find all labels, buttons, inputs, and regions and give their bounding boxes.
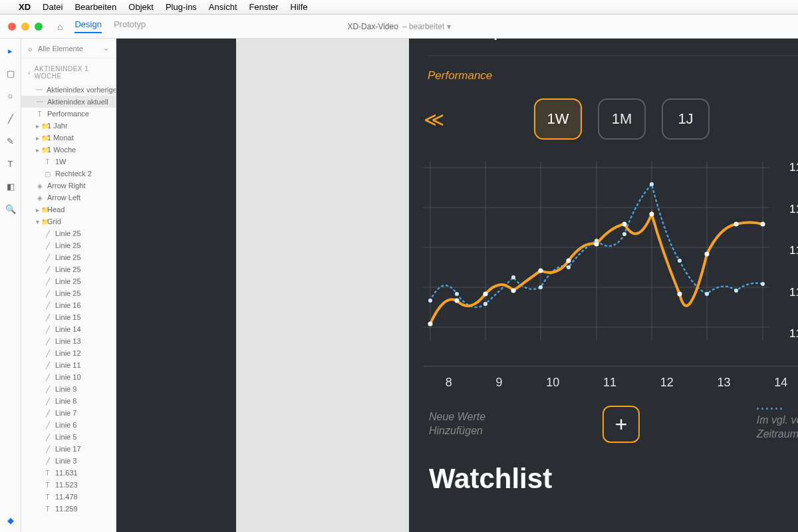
menu-ansicht[interactable]: Ansicht bbox=[209, 2, 237, 12]
chevron-down-icon: ⌄ bbox=[103, 44, 109, 53]
layer-type-icon: T bbox=[44, 469, 51, 477]
layer-item[interactable]: ╱Linie 25 bbox=[21, 227, 116, 239]
layer-item[interactable]: T1W bbox=[21, 156, 116, 168]
zoom-tool-icon[interactable]: 🔍 bbox=[5, 203, 16, 214]
layer-item[interactable]: ╱Linie 8 bbox=[21, 395, 116, 407]
layer-item[interactable]: ╱Linie 15 bbox=[21, 311, 116, 323]
svg-point-36 bbox=[734, 289, 738, 293]
artboard-left[interactable]: 1J ≫ 11.631 11.523 11.478 11.259 11.123 … bbox=[116, 39, 236, 532]
layer-item[interactable]: ◈Arrow Right bbox=[21, 180, 116, 192]
svg-point-29 bbox=[539, 285, 543, 289]
svg-point-34 bbox=[678, 259, 682, 263]
menu-datei[interactable]: Datei bbox=[43, 2, 63, 12]
svg-point-30 bbox=[567, 265, 571, 269]
menu-plugins[interactable]: Plug-ins bbox=[166, 2, 197, 12]
ylabel: 11.478 bbox=[116, 274, 224, 285]
layer-item[interactable]: ▸ 📁Head bbox=[21, 203, 116, 215]
range-1w-button[interactable]: 1W bbox=[534, 98, 582, 140]
layer-item[interactable]: ╱Linie 7 bbox=[21, 407, 116, 419]
layer-type-icon: ╱ bbox=[44, 314, 51, 321]
layer-item[interactable]: 〰Aktienindex aktuell bbox=[21, 96, 116, 108]
layer-item[interactable]: ╱Linie 25 bbox=[21, 263, 116, 275]
pen-tool-icon[interactable]: ✎ bbox=[5, 136, 16, 146]
text-tool-icon[interactable]: T bbox=[5, 158, 16, 169]
layer-item[interactable]: ▸ 📁1 Jahr bbox=[21, 120, 116, 132]
tool-column: ▸ ▢ ○ ╱ ✎ T ◧ 🔍 ◆ bbox=[0, 39, 21, 532]
layer-item[interactable]: ▢Rechteck 2 bbox=[21, 168, 116, 180]
layer-item[interactable]: T11.259 bbox=[21, 503, 116, 515]
maximize-icon[interactable] bbox=[35, 23, 43, 31]
tab-design[interactable]: Design bbox=[74, 19, 101, 33]
range-1m-button[interactable]: 1M bbox=[598, 98, 646, 140]
layer-item[interactable]: ▸ 📁1 Woche bbox=[21, 144, 116, 156]
layer-item[interactable]: TPerformance bbox=[21, 108, 116, 120]
artboard-center[interactable]: 11.616,09 Performance ≪ 1W 1M 1J ≫ bbox=[409, 39, 798, 532]
close-icon[interactable] bbox=[8, 23, 16, 31]
layer-label: Grid bbox=[47, 217, 61, 225]
layers-panel-icon[interactable]: ◆ bbox=[5, 515, 16, 525]
layer-item[interactable]: ▾ 📁Grid bbox=[21, 215, 116, 227]
minimize-icon[interactable] bbox=[21, 23, 29, 31]
window-toolbar: ⌂ Design Prototyp XD-Dax-Video– bearbeit… bbox=[0, 15, 798, 39]
layer-type-icon: ╱ bbox=[44, 434, 51, 441]
artboard-tool-icon[interactable]: ◧ bbox=[5, 181, 16, 192]
layer-item[interactable]: ╱Linie 16 bbox=[21, 299, 116, 311]
line-tool-icon[interactable]: ╱ bbox=[5, 113, 16, 124]
menu-bearbeiten[interactable]: Bearbeiten bbox=[74, 2, 116, 12]
macos-menubar: XD Datei Bearbeiten Objekt Plug-ins Ansi… bbox=[0, 0, 798, 15]
layer-label: Linie 15 bbox=[55, 313, 81, 321]
svg-point-26 bbox=[455, 292, 459, 296]
layer-type-icon: ╱ bbox=[44, 386, 51, 393]
layer-item[interactable]: ╱Linie 25 bbox=[21, 239, 116, 251]
x-axis: 89 1011 1213 14 bbox=[424, 366, 798, 390]
layer-type-icon: ▸ 📁 bbox=[36, 206, 43, 213]
watchlist-heading: Watchlist bbox=[429, 463, 798, 495]
layer-item[interactable]: ╱Linie 12 bbox=[21, 347, 116, 359]
layer-item[interactable]: T11.478 bbox=[21, 491, 116, 503]
layer-item[interactable]: ╱Linie 6 bbox=[21, 419, 116, 431]
rectangle-tool-icon[interactable]: ▢ bbox=[5, 68, 16, 78]
layer-item[interactable]: 〰Aktienindex vorheriger Zei… bbox=[21, 84, 116, 96]
add-button[interactable]: + bbox=[602, 406, 640, 443]
layer-type-icon: 〰 bbox=[36, 98, 43, 106]
layer-item[interactable]: ╱Linie 25 bbox=[21, 275, 116, 287]
layer-label: 11.631 bbox=[55, 469, 78, 477]
breadcrumb[interactable]: ‹ AKTIENINDEX 1 WOCHE bbox=[21, 59, 116, 84]
chevron-right-icon[interactable]: ≫ bbox=[793, 108, 798, 131]
layer-item[interactable]: ╱Linie 13 bbox=[21, 335, 116, 347]
ellipse-tool-icon[interactable]: ○ bbox=[5, 90, 16, 101]
select-tool-icon[interactable]: ▸ bbox=[5, 45, 16, 56]
canvas[interactable]: 1J ≫ 11.631 11.523 11.478 11.259 11.123 … bbox=[116, 39, 798, 532]
ylabel: 11.123 bbox=[789, 327, 798, 340]
chevron-left-icon[interactable]: ≪ bbox=[417, 108, 451, 131]
layers-search[interactable]: ⌕ Alle Elemente ⌄ bbox=[21, 39, 116, 59]
layer-item[interactable]: ╱Linie 25 bbox=[21, 287, 116, 299]
layer-label: Linie 25 bbox=[55, 289, 81, 297]
layer-item[interactable]: T11.523 bbox=[21, 479, 116, 491]
layer-item[interactable]: ╱Linie 9 bbox=[21, 383, 116, 395]
layer-item[interactable]: ╱Linie 10 bbox=[21, 371, 116, 383]
app-name[interactable]: XD bbox=[19, 2, 31, 12]
layer-label: Performance bbox=[47, 110, 89, 118]
document-title[interactable]: XD-Dax-Video– bearbeitet ▾ bbox=[347, 22, 450, 31]
menu-fenster[interactable]: Fenster bbox=[249, 2, 279, 12]
home-icon[interactable]: ⌂ bbox=[57, 21, 63, 32]
tab-prototype[interactable]: Prototyp bbox=[114, 19, 146, 33]
layer-item[interactable]: ╱Linie 3 bbox=[21, 455, 116, 467]
layer-item[interactable]: ╱Linie 5 bbox=[21, 431, 116, 443]
layer-item[interactable]: ╱Linie 17 bbox=[21, 443, 116, 455]
layer-item[interactable]: ╱Linie 25 bbox=[21, 251, 116, 263]
layer-type-icon: ▸ 📁 bbox=[36, 146, 43, 154]
layer-type-icon: ╱ bbox=[44, 290, 51, 297]
layer-item[interactable]: ◈Arrow Left bbox=[21, 192, 116, 203]
layer-label: Linie 9 bbox=[55, 385, 76, 393]
menu-objekt[interactable]: Objekt bbox=[128, 2, 154, 12]
layer-type-icon: T bbox=[44, 158, 51, 166]
range-1j-button[interactable]: 1J bbox=[662, 98, 710, 140]
layer-item[interactable]: ╱Linie 11 bbox=[21, 359, 116, 371]
layer-label: Aktienindex aktuell bbox=[47, 98, 108, 106]
menu-hilfe[interactable]: Hilfe bbox=[291, 2, 308, 12]
layer-item[interactable]: ╱Linie 14 bbox=[21, 323, 116, 335]
layer-item[interactable]: ▸ 📁1 Monat bbox=[21, 132, 116, 144]
layer-item[interactable]: T11.631 bbox=[21, 467, 116, 479]
